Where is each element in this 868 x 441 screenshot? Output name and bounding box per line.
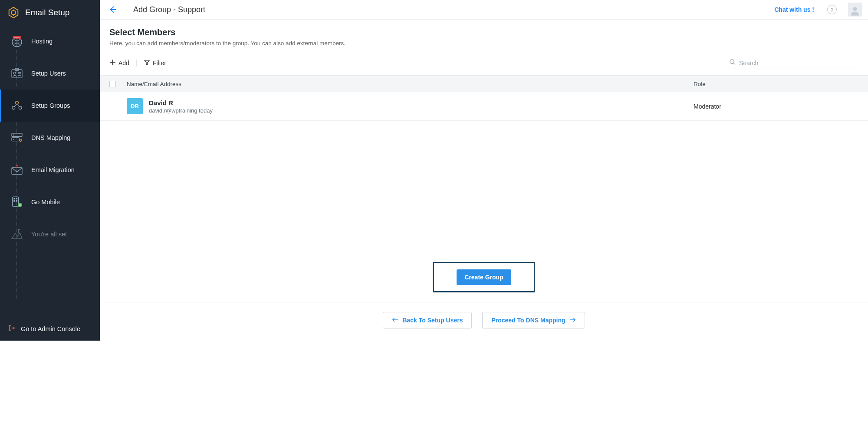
svg-rect-22: [16, 200, 17, 202]
sidebar-item-label: Email Migration: [31, 166, 75, 173]
svg-point-16: [13, 139, 14, 140]
sidebar-header: Email Setup: [0, 0, 100, 25]
flag-mountain-icon: [9, 226, 25, 242]
svg-rect-20: [16, 198, 17, 199]
svg-point-12: [19, 106, 22, 109]
sidebar-nav: WWW Hosting Setup Users Setup Groups DNS…: [0, 25, 100, 317]
topbar-divider: [126, 5, 126, 14]
col-name-header: Name/Email Address: [127, 81, 694, 87]
svg-point-10: [16, 101, 19, 104]
svg-rect-19: [13, 198, 15, 199]
arrow-left-icon: [392, 317, 398, 324]
sidebar-item-label: Go Mobile: [31, 199, 60, 206]
sidebar-item-setup-groups[interactable]: Setup Groups: [0, 90, 100, 122]
svg-rect-18: [13, 197, 19, 206]
back-button[interactable]: [106, 3, 119, 16]
sidebar-footer-label: Go to Admin Console: [21, 325, 80, 332]
select-all-cell: [109, 81, 127, 87]
plus-icon: [109, 59, 116, 67]
main-area: Add Group - Support Chat with us ! ? Sel…: [100, 0, 868, 341]
svg-point-25: [730, 60, 734, 63]
svg-point-11: [12, 106, 15, 109]
member-name: David R: [149, 99, 694, 106]
section-description: Here, you can add members/moderators to …: [109, 40, 858, 46]
sidebar-item-label: Setup Groups: [31, 102, 70, 109]
page-title: Add Group - Support: [133, 5, 205, 14]
add-button[interactable]: Add: [109, 59, 129, 67]
proceed-label: Proceed To DNS Mapping: [491, 317, 565, 324]
svg-point-15: [13, 135, 14, 136]
filter-icon: [144, 59, 150, 67]
sidebar-item-email-migration[interactable]: Email Migration: [0, 154, 100, 186]
sidebar-item-label: DNS Mapping: [31, 134, 70, 141]
section-title: Select Members: [109, 27, 858, 37]
section-header: Select Members Here, you can add members…: [100, 20, 868, 50]
proceed-to-dns-mapping-button[interactable]: Proceed To DNS Mapping: [482, 312, 585, 328]
dns-icon: [9, 129, 25, 146]
sidebar-item-youre-all-set[interactable]: You're all set: [0, 218, 100, 250]
svg-rect-21: [13, 200, 15, 202]
sidebar-item-dns-mapping[interactable]: DNS Mapping: [0, 122, 100, 154]
footer-actions: Create Group Back To Setup Users Proceed…: [100, 254, 868, 341]
content: Select Members Here, you can add members…: [100, 20, 868, 341]
filter-button[interactable]: Filter: [144, 59, 166, 67]
table-header: Name/Email Address Role: [100, 76, 868, 92]
search-box[interactable]: [728, 57, 858, 69]
toolbar: Add Filter: [100, 50, 868, 75]
arrow-right-icon: [570, 317, 576, 324]
svg-line-26: [733, 63, 735, 64]
topbar: Add Group - Support Chat with us ! ?: [100, 0, 868, 20]
create-group-highlight: Create Group: [433, 262, 535, 292]
app-logo-icon: [7, 6, 20, 19]
user-avatar[interactable]: [848, 3, 862, 17]
mobile-qr-icon: [9, 194, 25, 210]
sidebar-item-label: You're all set: [31, 231, 67, 238]
filter-label: Filter: [153, 60, 166, 66]
sidebar: Email Setup WWW Hosting Setup Users Setu…: [0, 0, 100, 341]
sidebar-item-label: Hosting: [31, 38, 53, 45]
create-group-button[interactable]: Create Group: [457, 269, 511, 285]
sidebar-item-setup-users[interactable]: Setup Users: [0, 57, 100, 90]
svg-point-6: [13, 72, 16, 74]
globe-icon: WWW: [9, 33, 25, 50]
app-title: Email Setup: [25, 8, 69, 17]
footer-divider: [100, 302, 868, 302]
sidebar-footer-admin-console[interactable]: Go to Admin Console: [0, 317, 100, 341]
svg-rect-5: [15, 68, 19, 70]
member-avatar: DR: [127, 98, 143, 114]
chat-with-us-link[interactable]: Chat with us !: [774, 6, 814, 13]
select-all-checkbox[interactable]: [109, 81, 116, 87]
svg-rect-14: [12, 138, 19, 141]
add-label: Add: [118, 60, 129, 66]
back-to-setup-users-button[interactable]: Back To Setup Users: [383, 312, 472, 328]
sidebar-item-label: Setup Users: [31, 70, 66, 77]
member-role: Moderator: [694, 103, 858, 110]
sidebar-item-go-mobile[interactable]: Go Mobile: [0, 186, 100, 218]
members-table: Name/Email Address Role DR David R david…: [100, 75, 868, 254]
search-icon: [729, 59, 736, 67]
col-role-header: Role: [694, 81, 858, 87]
toolbar-separator: [136, 60, 137, 66]
svg-point-0: [11, 10, 15, 14]
user-badge-icon: [9, 65, 25, 82]
table-row[interactable]: DR David R david.r@wptraining.today Mode…: [100, 92, 868, 121]
member-main-cell: David R david.r@wptraining.today: [149, 99, 694, 114]
member-email: david.r@wptraining.today: [149, 107, 694, 114]
back-label: Back To Setup Users: [402, 317, 463, 324]
group-icon: [9, 97, 25, 114]
help-icon: ?: [830, 7, 833, 13]
envelope-migration-icon: [9, 162, 25, 178]
nav-buttons: Back To Setup Users Proceed To DNS Mappi…: [383, 312, 585, 328]
search-input[interactable]: [739, 60, 858, 66]
svg-text:WWW: WWW: [14, 36, 20, 39]
sidebar-item-hosting[interactable]: WWW Hosting: [0, 25, 100, 57]
help-button[interactable]: ?: [827, 5, 837, 14]
exit-icon: [8, 324, 16, 334]
